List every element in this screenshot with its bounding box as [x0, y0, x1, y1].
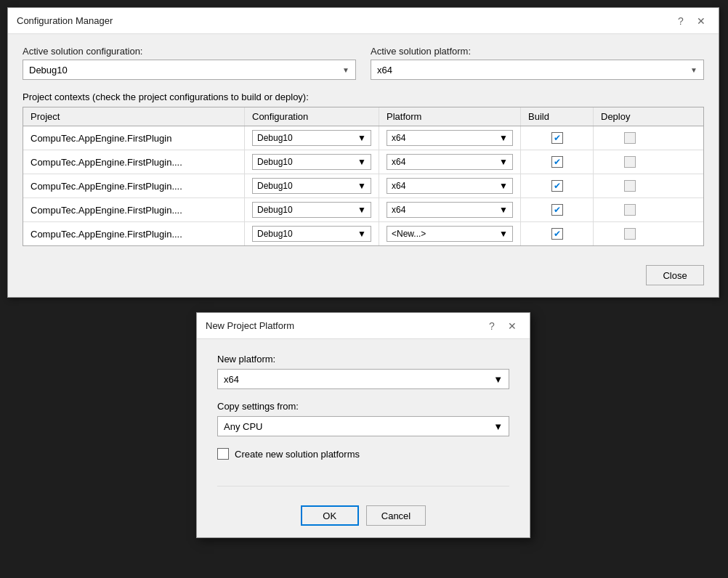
row5-project: CompuTec.AppEngine.FirstPlugin.... [23, 222, 245, 245]
copy-settings-label: Copy settings from: [217, 401, 509, 412]
table-row: CompuTec.AppEngine.FirstPlugin.... Debug… [23, 150, 703, 174]
table-row: CompuTec.AppEngine.FirstPlugin.... Debug… [23, 174, 703, 198]
row5-build[interactable]: ✔ [521, 222, 594, 245]
create-solution-platforms-checkbox[interactable] [217, 448, 229, 460]
solution-platform-label: Active solution platform: [371, 46, 704, 57]
row4-project: CompuTec.AppEngine.FirstPlugin.... [23, 198, 245, 221]
close-button[interactable]: ✕ [692, 14, 710, 28]
new-platform-dropdown[interactable]: x64 ▼ [217, 369, 509, 389]
copy-settings-arrow-icon: ▼ [493, 421, 503, 432]
solution-platform-section: Active solution platform: x64 ▼ [371, 46, 704, 80]
config-manager-dialog: Configuration Manager ? ✕ Active solutio… [7, 7, 719, 298]
row3-deploy[interactable] [594, 174, 666, 198]
row1-platform: x64 ▼ [379, 126, 521, 150]
row5-platform-dropdown[interactable]: <New...> ▼ [387, 226, 513, 242]
row4-config: Debug10 ▼ [245, 198, 379, 221]
row2-deploy-checkbox[interactable] [624, 156, 636, 168]
title-bar: Configuration Manager ? ✕ [8, 8, 719, 34]
npp-dialog: New Project Platform ? ✕ New platform: x… [196, 312, 530, 538]
row4-deploy[interactable] [594, 198, 666, 221]
close-button[interactable]: Close [646, 265, 704, 285]
row1-project: CompuTec.AppEngine.FirstPlugin [23, 126, 245, 150]
solution-platform-dropdown[interactable]: x64 ▼ [371, 60, 704, 80]
row3-project: CompuTec.AppEngine.FirstPlugin.... [23, 174, 245, 198]
row5-deploy-checkbox[interactable] [624, 228, 636, 240]
row1-build[interactable]: ✔ [521, 126, 594, 150]
row1-deploy[interactable] [594, 126, 666, 150]
row1-config-dropdown[interactable]: Debug10 ▼ [252, 130, 371, 146]
row4-deploy-checkbox[interactable] [624, 204, 636, 216]
dropdown-arrow-icon: ▼ [357, 133, 366, 143]
solution-config-dropdown[interactable]: Debug10 ▼ [23, 60, 356, 80]
project-table: Project Configuration Platform Build Dep… [23, 107, 704, 246]
solution-config-label: Active solution configuration: [23, 46, 356, 57]
copy-settings-section: Copy settings from: Any CPU ▼ [217, 401, 509, 436]
row5-config: Debug10 ▼ [245, 222, 379, 245]
row2-build[interactable]: ✔ [521, 150, 594, 174]
ok-button[interactable]: OK [301, 505, 359, 526]
row3-config: Debug10 ▼ [245, 174, 379, 198]
dropdown-arrow-icon: ▼ [357, 205, 366, 215]
row5-config-dropdown[interactable]: Debug10 ▼ [252, 226, 371, 242]
header-deploy: Deploy [594, 107, 666, 126]
row2-build-checkbox[interactable]: ✔ [551, 156, 563, 168]
new-platform-arrow-icon: ▼ [493, 374, 503, 385]
row3-platform-dropdown[interactable]: x64 ▼ [387, 178, 513, 194]
header-platform: Platform [379, 107, 521, 126]
npp-help-button[interactable]: ? [483, 319, 501, 333]
row4-platform: x64 ▼ [379, 198, 521, 221]
row1-config: Debug10 ▼ [245, 126, 379, 150]
row2-config-dropdown[interactable]: Debug10 ▼ [252, 154, 371, 170]
dropdown-arrow-icon: ▼ [499, 133, 508, 143]
row3-config-dropdown[interactable]: Debug10 ▼ [252, 178, 371, 194]
new-platform-section: New platform: x64 ▼ [217, 354, 509, 389]
row3-build-checkbox[interactable]: ✔ [551, 180, 563, 192]
solution-config-arrow-icon: ▼ [342, 66, 349, 74]
cancel-button[interactable]: Cancel [366, 505, 426, 526]
row5-platform: <New...> ▼ [379, 222, 521, 245]
create-solution-platforms-row: Create new solution platforms [217, 448, 509, 460]
help-button[interactable]: ? [672, 14, 689, 28]
title-bar-controls: ? ✕ [672, 14, 710, 28]
row2-deploy[interactable] [594, 150, 666, 174]
new-platform-label: New platform: [217, 354, 509, 365]
npp-close-button[interactable]: ✕ [503, 319, 521, 333]
row4-platform-dropdown[interactable]: x64 ▼ [387, 202, 513, 218]
row3-platform: x64 ▼ [379, 174, 521, 198]
npp-title-bar: New Project Platform ? ✕ [197, 313, 530, 339]
npp-separator [217, 486, 509, 487]
dropdown-arrow-icon: ▼ [357, 229, 366, 239]
solution-platform-value: x64 [377, 65, 392, 76]
npp-dialog-title: New Project Platform [206, 320, 294, 331]
dialog-body: Active solution configuration: Debug10 ▼… [8, 34, 719, 258]
solution-config-section: Active solution configuration: Debug10 ▼ [23, 46, 356, 80]
table-row: CompuTec.AppEngine.FirstPlugin Debug10 ▼… [23, 126, 703, 150]
table-row: CompuTec.AppEngine.FirstPlugin.... Debug… [23, 198, 703, 222]
copy-settings-value: Any CPU [224, 421, 262, 432]
row4-build[interactable]: ✔ [521, 198, 594, 221]
solution-platform-arrow-icon: ▼ [690, 66, 697, 74]
project-contexts-label: Project contexts (check the project conf… [23, 91, 704, 102]
row5-deploy[interactable] [594, 222, 666, 245]
header-build: Build [521, 107, 594, 126]
npp-body: New platform: x64 ▼ Copy settings from: … [197, 339, 530, 486]
row1-platform-dropdown[interactable]: x64 ▼ [387, 130, 513, 146]
npp-footer: OK Cancel [197, 498, 530, 537]
row4-build-checkbox[interactable]: ✔ [551, 204, 563, 216]
row2-config: Debug10 ▼ [245, 150, 379, 174]
row1-build-checkbox[interactable]: ✔ [551, 132, 563, 144]
row3-build[interactable]: ✔ [521, 174, 594, 198]
row2-project: CompuTec.AppEngine.FirstPlugin.... [23, 150, 245, 174]
row2-platform-dropdown[interactable]: x64 ▼ [387, 154, 513, 170]
dropdown-arrow-icon: ▼ [499, 205, 508, 215]
row4-config-dropdown[interactable]: Debug10 ▼ [252, 202, 371, 218]
dialog-footer: Close [8, 258, 719, 297]
row3-deploy-checkbox[interactable] [624, 180, 636, 192]
row5-build-checkbox[interactable]: ✔ [551, 228, 563, 240]
dropdown-arrow-icon: ▼ [357, 157, 366, 167]
create-solution-platforms-label: Create new solution platforms [235, 449, 360, 460]
row1-deploy-checkbox[interactable] [624, 132, 636, 144]
copy-settings-dropdown[interactable]: Any CPU ▼ [217, 416, 509, 436]
dialog-title: Configuration Manager [17, 15, 113, 26]
solution-config-value: Debug10 [29, 65, 68, 76]
